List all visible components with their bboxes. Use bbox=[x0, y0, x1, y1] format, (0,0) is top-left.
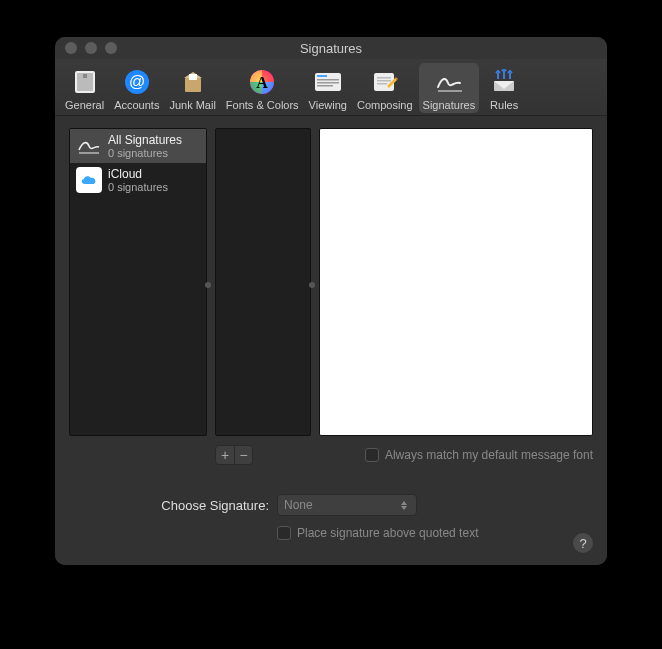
help-icon-text: ? bbox=[579, 536, 586, 551]
svg-rect-2 bbox=[83, 74, 87, 78]
svg-rect-13 bbox=[317, 82, 339, 84]
tab-rules[interactable]: Rules bbox=[481, 63, 527, 113]
tab-viewing[interactable]: Viewing bbox=[305, 63, 351, 113]
tab-label: Rules bbox=[490, 99, 518, 111]
zoom-window-button[interactable] bbox=[105, 42, 117, 54]
tab-label: General bbox=[65, 99, 104, 111]
svg-rect-12 bbox=[317, 79, 339, 81]
rules-icon bbox=[489, 67, 519, 97]
source-icloud[interactable]: iCloud 0 signatures bbox=[70, 163, 206, 197]
titlebar: Signatures bbox=[55, 37, 607, 59]
accounts-list[interactable]: All Signatures 0 signatures iCloud 0 sig… bbox=[69, 128, 207, 436]
tab-label: Junk Mail bbox=[169, 99, 215, 111]
svg-rect-14 bbox=[317, 85, 333, 87]
help-button[interactable]: ? bbox=[573, 533, 593, 553]
tab-label: Signatures bbox=[423, 99, 476, 111]
column-resize-handle[interactable] bbox=[205, 282, 211, 288]
signatures-list[interactable] bbox=[215, 128, 311, 436]
tab-signatures[interactable]: Signatures bbox=[419, 63, 480, 113]
source-text: All Signatures 0 signatures bbox=[108, 133, 182, 159]
traffic-lights bbox=[55, 42, 117, 54]
signature-icon bbox=[76, 133, 102, 159]
below-columns-row: + − Always match my default message font bbox=[69, 444, 593, 466]
close-window-button[interactable] bbox=[65, 42, 77, 54]
tab-label: Viewing bbox=[309, 99, 347, 111]
svg-text:@: @ bbox=[129, 73, 145, 90]
add-remove-buttons: + − bbox=[215, 445, 253, 465]
signature-editor[interactable] bbox=[319, 128, 593, 436]
columns: All Signatures 0 signatures iCloud 0 sig… bbox=[69, 128, 593, 436]
svg-rect-18 bbox=[377, 83, 387, 85]
fonts-colors-icon: A bbox=[247, 67, 277, 97]
source-all-signatures[interactable]: All Signatures 0 signatures bbox=[70, 129, 206, 163]
tab-label: Accounts bbox=[114, 99, 159, 111]
source-text: iCloud 0 signatures bbox=[108, 167, 168, 193]
choose-signature-label: Choose Signature: bbox=[69, 498, 269, 513]
signatures-icon bbox=[434, 67, 464, 97]
svg-rect-5 bbox=[185, 78, 201, 92]
junk-mail-icon bbox=[178, 67, 208, 97]
general-icon bbox=[70, 67, 100, 97]
tab-composing[interactable]: Composing bbox=[353, 63, 417, 113]
accounts-icon: @ bbox=[122, 67, 152, 97]
column-resize-handle[interactable] bbox=[309, 282, 315, 288]
tab-fonts-colors[interactable]: A Fonts & Colors bbox=[222, 63, 303, 113]
source-count: 0 signatures bbox=[108, 181, 168, 193]
tab-accounts[interactable]: @ Accounts bbox=[110, 63, 163, 113]
icloud-icon bbox=[76, 167, 102, 193]
svg-rect-17 bbox=[377, 80, 391, 82]
tab-label: Fonts & Colors bbox=[226, 99, 299, 111]
match-font-label: Always match my default message font bbox=[385, 448, 593, 462]
remove-signature-button[interactable]: − bbox=[234, 446, 252, 464]
svg-rect-16 bbox=[377, 77, 391, 79]
chevron-up-down-icon bbox=[396, 495, 412, 515]
preferences-window: Signatures General @ Accounts Junk Mail bbox=[55, 37, 607, 565]
svg-text:A: A bbox=[256, 74, 268, 91]
form-area: Choose Signature: None Place signature a… bbox=[69, 494, 593, 540]
tab-label: Composing bbox=[357, 99, 413, 111]
window-title: Signatures bbox=[55, 41, 607, 56]
place-above-row: Place signature above quoted text bbox=[277, 526, 593, 540]
viewing-icon bbox=[313, 67, 343, 97]
place-above-label: Place signature above quoted text bbox=[297, 526, 478, 540]
match-font-checkbox[interactable] bbox=[365, 448, 379, 462]
minimize-window-button[interactable] bbox=[85, 42, 97, 54]
composing-icon bbox=[370, 67, 400, 97]
tab-general[interactable]: General bbox=[61, 63, 108, 113]
source-label: All Signatures bbox=[108, 133, 182, 147]
content-area: All Signatures 0 signatures iCloud 0 sig… bbox=[55, 116, 607, 565]
tab-junk-mail[interactable]: Junk Mail bbox=[165, 63, 219, 113]
add-signature-button[interactable]: + bbox=[216, 446, 234, 464]
preferences-toolbar: General @ Accounts Junk Mail bbox=[55, 59, 607, 116]
place-above-checkbox[interactable] bbox=[277, 526, 291, 540]
match-font-row: Always match my default message font bbox=[365, 448, 593, 462]
choose-signature-row: Choose Signature: None bbox=[69, 494, 593, 516]
svg-rect-6 bbox=[189, 74, 197, 80]
choose-signature-select[interactable]: None bbox=[277, 494, 417, 516]
source-count: 0 signatures bbox=[108, 147, 182, 159]
svg-rect-11 bbox=[317, 75, 327, 77]
source-label: iCloud bbox=[108, 167, 168, 181]
select-value: None bbox=[284, 498, 313, 512]
